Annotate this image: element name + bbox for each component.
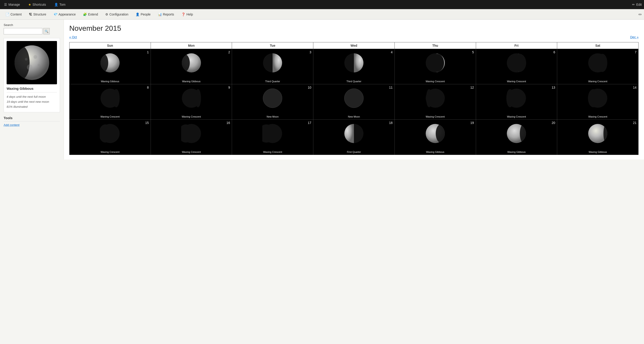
tools-section: Tools Add content bbox=[4, 116, 60, 127]
moon-phase-svg-18 bbox=[344, 123, 364, 144]
calendar-area: November 2015 « Oct Dec » Sun Mon Tue We… bbox=[64, 20, 644, 160]
moon-info: 4 days until the next full moon 19 days … bbox=[6, 94, 57, 109]
col-thu: Thu bbox=[395, 42, 476, 49]
moon-phase-svg-10 bbox=[262, 88, 283, 108]
shortcuts-label: Shortcuts bbox=[32, 3, 46, 6]
moon-phase-svg-3 bbox=[262, 53, 283, 73]
moon-phase-svg-12 bbox=[425, 88, 446, 108]
prev-month-link[interactable]: « Oct bbox=[69, 35, 77, 39]
reports-icon: 📊 bbox=[158, 12, 162, 16]
day-16[interactable]: 16 Waxing Crescent bbox=[151, 120, 232, 155]
people-icon: 👤 bbox=[136, 12, 140, 16]
col-sat: Sat bbox=[557, 42, 638, 49]
day-8[interactable]: 8 Waning Crescent bbox=[70, 84, 151, 120]
moon-sidebar-card: Waxing Gibbous 4 days until the next ful… bbox=[4, 38, 60, 112]
col-fri: Fri bbox=[476, 42, 558, 49]
day-2[interactable]: 2 Waning Gibbous bbox=[151, 49, 232, 84]
day-6[interactable]: 6 Waning Crescent bbox=[476, 49, 558, 84]
day-12[interactable]: 12 Waxing Crescent bbox=[395, 84, 476, 120]
nav-configuration[interactable]: ⚙ Configuration bbox=[102, 11, 132, 18]
day-18[interactable]: 18 First Quarter bbox=[313, 120, 395, 155]
day-4[interactable]: 4 Third Quarter bbox=[313, 49, 395, 84]
add-content-link[interactable]: Add content bbox=[4, 123, 60, 127]
moon-phase-svg-2 bbox=[181, 53, 202, 73]
search-label: Search bbox=[4, 23, 60, 27]
day-19[interactable]: 19 Waxing Gibbous bbox=[395, 120, 476, 155]
next-month-link[interactable]: Dec » bbox=[630, 35, 638, 39]
moon-phase-svg-20 bbox=[506, 123, 527, 144]
svg-point-4 bbox=[38, 64, 40, 66]
user-button[interactable]: 👤 Tom bbox=[52, 3, 67, 6]
calendar-header-row: Sun Mon Tue Wed Thu Fri Sat bbox=[70, 42, 638, 49]
search-area: 🔍 bbox=[4, 28, 60, 34]
svg-point-36 bbox=[263, 88, 282, 108]
nav-toggle[interactable]: ⇔ bbox=[638, 12, 642, 17]
moon-phase-svg-7 bbox=[588, 53, 608, 73]
nav-extend[interactable]: 🧩 Extend bbox=[80, 11, 101, 18]
svg-point-37 bbox=[344, 88, 364, 108]
day-9[interactable]: 9 Waning Crescent bbox=[151, 84, 232, 120]
svg-point-31 bbox=[113, 89, 120, 107]
day-3[interactable]: 3 Third Quarter bbox=[232, 49, 313, 84]
day-7[interactable]: 7 Waning Crescent bbox=[557, 49, 638, 84]
moon-phase-svg-6 bbox=[506, 53, 527, 73]
moon-phase-svg-8 bbox=[100, 88, 120, 108]
moon-phase-svg-4 bbox=[344, 53, 364, 73]
search-button[interactable]: 🔍 bbox=[43, 28, 50, 34]
day-20[interactable]: 20 Waxing Gibbous bbox=[476, 120, 558, 155]
moon-phase-svg-13 bbox=[506, 88, 527, 108]
day-11[interactable]: 11 New Moon bbox=[313, 84, 395, 120]
tools-label: Tools bbox=[4, 116, 60, 120]
day-21[interactable]: 21 Waxing Gibbous bbox=[557, 120, 638, 155]
svg-point-23 bbox=[512, 54, 526, 72]
structure-icon: 🏗 bbox=[29, 12, 32, 16]
svg-point-45 bbox=[506, 89, 514, 107]
col-wed: Wed bbox=[313, 42, 395, 49]
week-row-3: 15 Waxing Crescent 16 bbox=[70, 120, 638, 155]
nav-help[interactable]: ❓ Help bbox=[178, 11, 196, 18]
day-10[interactable]: 10 New Moon bbox=[232, 84, 313, 120]
star-icon: ★ bbox=[28, 3, 31, 6]
nav-reports[interactable]: 📊 Reports bbox=[155, 11, 177, 18]
nav-people[interactable]: 👤 People bbox=[132, 11, 154, 18]
user-icon: 👤 bbox=[54, 3, 58, 6]
moon-phase-sidebar-svg bbox=[14, 44, 50, 81]
calendar-grid: Sun Mon Tue Wed Thu Fri Sat 1 W bbox=[69, 42, 638, 155]
search-icon: 🔍 bbox=[45, 30, 48, 33]
svg-point-6 bbox=[25, 58, 28, 60]
day-14[interactable]: 14 Waxing Crescent bbox=[557, 84, 638, 120]
edit-button[interactable]: ✏ Edit bbox=[632, 3, 642, 6]
search-input[interactable] bbox=[4, 28, 42, 34]
col-sun: Sun bbox=[70, 42, 151, 49]
day-15[interactable]: 15 Waxing Crescent bbox=[70, 120, 151, 155]
svg-point-5 bbox=[27, 64, 32, 70]
menu-icon: ☰ bbox=[4, 3, 7, 6]
shortcuts-button[interactable]: ★ Shortcuts bbox=[26, 3, 48, 6]
moon-phase-svg-17 bbox=[262, 123, 283, 144]
svg-point-41 bbox=[426, 89, 432, 107]
day-17[interactable]: 17 Waxing Crescent bbox=[232, 120, 313, 155]
calendar-nav: « Oct Dec » bbox=[69, 35, 638, 39]
nav-structure[interactable]: 🏗 Structure bbox=[26, 11, 50, 18]
moon-sidebar-image bbox=[6, 41, 57, 84]
calendar-title: November 2015 bbox=[69, 24, 638, 32]
svg-point-3 bbox=[34, 55, 37, 59]
appearance-icon: 💎 bbox=[54, 12, 58, 16]
moon-phase-svg-5 bbox=[425, 53, 446, 73]
moon-phase-svg-11 bbox=[344, 88, 364, 108]
nav-content[interactable]: 📄 Content bbox=[2, 11, 25, 18]
svg-point-19 bbox=[430, 54, 444, 72]
manage-label: Manage bbox=[8, 3, 20, 6]
moon-phase-svg-19 bbox=[425, 123, 446, 144]
week-row-2: 8 Waning Crescent 9 bbox=[70, 84, 638, 120]
day-5[interactable]: 5 Waning Crescent bbox=[395, 49, 476, 84]
moon-phase-svg-21 bbox=[588, 123, 608, 144]
svg-point-27 bbox=[597, 54, 607, 72]
nav-appearance[interactable]: 💎 Appearance bbox=[50, 11, 79, 18]
day-13[interactable]: 13 Waxing Crescent bbox=[476, 84, 558, 120]
day-1[interactable]: 1 Waning Gibbous bbox=[70, 49, 151, 84]
tools-divider bbox=[4, 121, 60, 122]
col-mon: Mon bbox=[151, 42, 232, 49]
moon-phase-svg-14 bbox=[588, 88, 608, 108]
manage-button[interactable]: ☰ Manage bbox=[2, 3, 22, 6]
